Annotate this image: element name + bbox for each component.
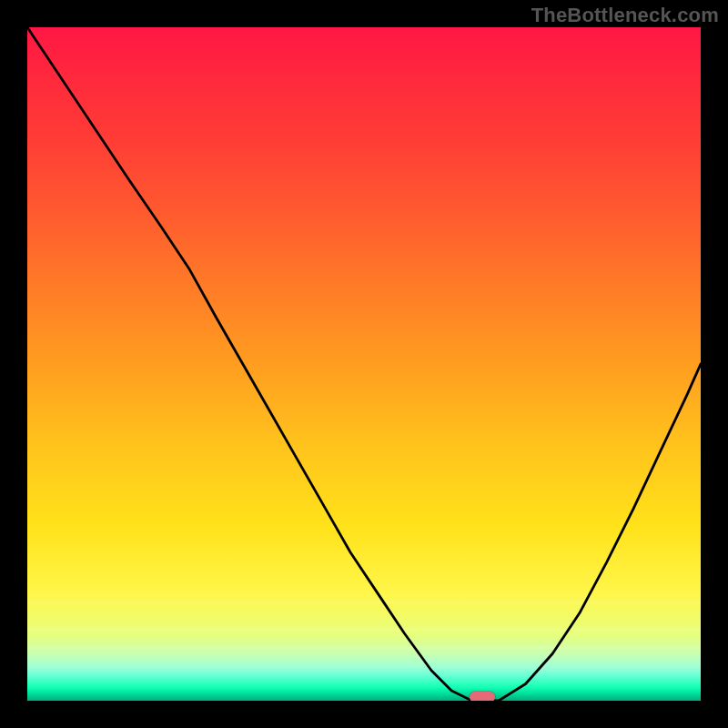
watermark-text: TheBottleneck.com <box>531 4 719 27</box>
plot-area <box>27 27 701 701</box>
optimum-marker <box>470 692 495 701</box>
bottleneck-curve <box>27 27 701 701</box>
curve-svg <box>27 27 701 701</box>
chart-frame: TheBottleneck.com <box>0 0 728 728</box>
